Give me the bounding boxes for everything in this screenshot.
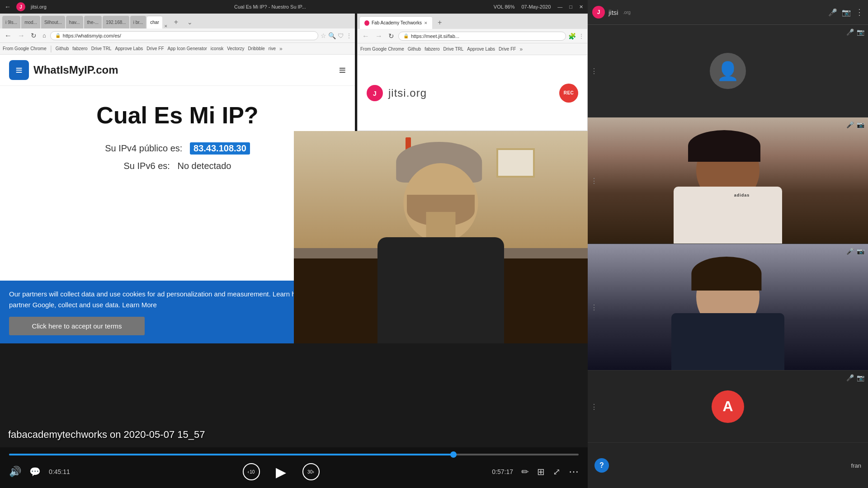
forward-button[interactable]: 30 › bbox=[302, 463, 320, 480]
reload-button-2[interactable]: ↻ bbox=[387, 31, 396, 41]
more-options-button[interactable]: ⋯ bbox=[569, 466, 579, 478]
bookmark-iconsk[interactable]: iconsk bbox=[211, 46, 223, 51]
volume-button[interactable]: 🔊 bbox=[9, 466, 21, 478]
sidebar-cam-off[interactable]: 📷 bbox=[842, 8, 851, 17]
bookmark-2-approve[interactable]: Approve Labs bbox=[467, 47, 495, 52]
tab-fab-academy[interactable]: Fab Academy Techworks ✕ bbox=[360, 16, 432, 29]
panel-3-controls: 🎤 📷 bbox=[846, 248, 864, 255]
bookmark-drive-ff[interactable]: Drive FF bbox=[146, 46, 164, 51]
bookmark-app-icon[interactable]: App Icon Generator bbox=[168, 46, 207, 51]
sidebar-header: J jitsi .org 🎤 📷 ⋮ bbox=[588, 0, 868, 25]
cookie-accept-button[interactable]: Click here to accept our terms bbox=[9, 317, 145, 335]
zoom-icon-1[interactable]: 🔍 bbox=[328, 32, 336, 39]
panel-2-mic-icon[interactable]: 🎤 bbox=[846, 121, 854, 128]
panel-4-mic-icon[interactable]: 🎤 bbox=[846, 374, 854, 381]
browser-tab-bar-2: Fab Academy Techworks ✕ + bbox=[358, 14, 587, 29]
more-icon-1[interactable]: ⋮ bbox=[346, 32, 352, 39]
panel-1-mic-icon[interactable]: 🎤 bbox=[846, 28, 854, 36]
bookmarks-bar-1: From Google Chrome | Github fabzero Driv… bbox=[0, 43, 355, 55]
bookmark-vectorzy[interactable]: Vectorzy bbox=[227, 46, 244, 51]
bookmark-rive[interactable]: rive bbox=[269, 46, 276, 51]
progress-track[interactable] bbox=[9, 454, 579, 455]
system-back-btn[interactable]: ← bbox=[5, 3, 11, 10]
reload-button-1[interactable]: ↻ bbox=[29, 31, 38, 41]
wip-hamburger-icon[interactable]: ≡ bbox=[339, 63, 346, 77]
tab-expand-icon[interactable]: ⌄ bbox=[184, 16, 196, 28]
bookmark-2-github[interactable]: Github bbox=[408, 47, 421, 52]
browser-nav-bar-1: ← → ↻ ⌂ 🔒 https://whatismyip.com/es/ ☆ 🔍… bbox=[0, 28, 355, 43]
edit-button[interactable]: ✏ bbox=[521, 466, 529, 477]
tab-new[interactable]: + bbox=[170, 16, 183, 28]
panel-2-cam-icon[interactable]: 📷 bbox=[857, 121, 864, 128]
url-bar-1[interactable]: 🔒 https://whatismyip.com/es/ bbox=[50, 31, 318, 40]
participant-A-avatar: A bbox=[712, 390, 744, 423]
rewind-icon: ‹ bbox=[248, 469, 250, 474]
url-text-2: https://meet.jit.si/fab... bbox=[411, 33, 459, 39]
bookmark-github[interactable]: Github bbox=[56, 46, 69, 51]
jitsi-tab-close[interactable]: ✕ bbox=[424, 21, 428, 25]
rewind-button[interactable]: ‹ 10 bbox=[243, 463, 260, 480]
screen-share-button[interactable]: ⊞ bbox=[537, 466, 545, 477]
bookmark-dribbble[interactable]: Dribbble bbox=[248, 46, 265, 51]
bookmark-2-ff[interactable]: Drive FF bbox=[499, 47, 516, 52]
play-pause-button[interactable]: ▶ bbox=[271, 462, 291, 482]
back-button-2[interactable]: ← bbox=[360, 31, 371, 41]
wip-ipv4-value[interactable]: 83.43.108.30 bbox=[190, 142, 250, 155]
system-bar-center: Cual Es Mi IP? - Nuestro Su IP... bbox=[234, 4, 306, 9]
forward-button-1[interactable]: → bbox=[16, 31, 27, 41]
panel-3-cam-off-icon[interactable]: 📷 bbox=[857, 248, 864, 255]
tab-i9ls[interactable]: i 9ls... bbox=[2, 16, 20, 28]
forward-button-2[interactable]: → bbox=[373, 31, 384, 41]
more-icon-2[interactable]: ⋮ bbox=[578, 33, 585, 40]
controls-row: 🔊 💬 0:45:11 ‹ 10 ▶ 30 › 0:57:17 ✏ ⊞ ⤢ ⋯ bbox=[9, 462, 579, 482]
home-button-1[interactable]: ⌂ bbox=[41, 31, 48, 40]
tab-hav[interactable]: hav... bbox=[66, 16, 83, 28]
browser-window-2: Fab Academy Techworks ✕ + ← → ↻ 🔒 https:… bbox=[357, 14, 588, 131]
bookmark-2-google[interactable]: From Google Chrome bbox=[360, 47, 404, 52]
extensions-icon-2[interactable]: 🧩 bbox=[568, 33, 576, 40]
p3-shirt bbox=[671, 313, 784, 371]
sidebar-mic-off[interactable]: 🎤 bbox=[828, 8, 837, 17]
bookmark-2-drive[interactable]: Drive TRL bbox=[443, 47, 464, 52]
tab-new-2[interactable]: + bbox=[433, 16, 446, 29]
bookmark-approve-labs[interactable]: Approve Labs bbox=[115, 46, 143, 51]
minimize-icon[interactable]: — bbox=[557, 4, 562, 9]
panel-1-cam-icon[interactable]: 📷 bbox=[857, 28, 864, 36]
tab-close-char[interactable]: ✕ bbox=[163, 24, 169, 28]
bookmark-more-1[interactable]: » bbox=[279, 46, 283, 52]
wip-logo-icon: ≡ bbox=[9, 60, 29, 80]
jitsi-tab-favicon bbox=[364, 20, 369, 26]
fullscreen-button[interactable]: ⤢ bbox=[553, 466, 561, 477]
bookmarks-bar-2: From Google Chrome Github fabzero Drive … bbox=[358, 43, 587, 55]
close-icon[interactable]: ✕ bbox=[579, 4, 583, 10]
browser-tab-bar-1: i 9ls... mod... Silhout... hav... the-..… bbox=[0, 14, 355, 28]
tab-silhouette[interactable]: Silhout... bbox=[41, 16, 65, 28]
tab-the[interactable]: the-... bbox=[84, 16, 102, 28]
progress-thumb[interactable] bbox=[450, 451, 457, 458]
panel-4-three-dots[interactable]: ⋮ bbox=[590, 402, 598, 411]
tab-mod[interactable]: mod... bbox=[21, 16, 40, 28]
url-bar-2[interactable]: 🔒 https://meet.jit.si/fab... bbox=[398, 32, 566, 41]
tab-ibr[interactable]: i br... bbox=[130, 16, 146, 28]
panel-3-mic-icon[interactable]: 🎤 bbox=[846, 248, 854, 255]
panel-1-three-dots[interactable]: ⋮ bbox=[590, 67, 598, 75]
bookmark-more-2[interactable]: » bbox=[519, 46, 523, 52]
blue-circle-button[interactable]: ? bbox=[594, 458, 609, 473]
wip-logo-text: WhatIsMyIP.com bbox=[33, 64, 118, 76]
controls-left: 🔊 💬 0:45:11 bbox=[9, 466, 70, 478]
bookmark-drive-trl[interactable]: Drive TRL bbox=[91, 46, 112, 51]
tab-char[interactable]: char bbox=[147, 16, 162, 28]
panel-4-cam-icon[interactable]: 📷 bbox=[857, 374, 864, 381]
panel-3-three-dots[interactable]: ⋮ bbox=[590, 303, 598, 311]
bookmark-fabzero[interactable]: fabzero bbox=[72, 46, 87, 51]
bookmark-2-fabzero[interactable]: fabzero bbox=[425, 47, 439, 52]
tab-192[interactable]: 192.168... bbox=[103, 16, 129, 28]
back-button-1[interactable]: ← bbox=[3, 31, 14, 41]
bookmark-star-1[interactable]: ☆ bbox=[321, 32, 326, 39]
shield-icon-1[interactable]: 🛡 bbox=[338, 32, 344, 39]
panel-2-three-dots[interactable]: ⋮ bbox=[590, 176, 598, 185]
maximize-icon[interactable]: □ bbox=[569, 4, 572, 9]
subtitles-button[interactable]: 💬 bbox=[29, 466, 41, 477]
sidebar-menu-dots[interactable]: ⋮ bbox=[855, 7, 863, 17]
bookmark-google-chrome[interactable]: From Google Chrome bbox=[3, 46, 47, 51]
